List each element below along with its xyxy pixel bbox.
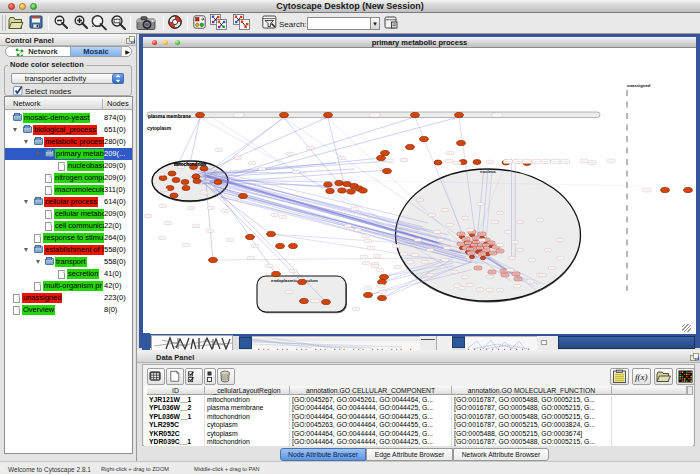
svg-text:mitochondrion: mitochondrion [174, 162, 206, 167]
svg-text:cytoplasm: cytoplasm [147, 126, 172, 131]
svg-text:plasma membrane: plasma membrane [148, 114, 191, 119]
svg-text:f(x): f(x) [635, 372, 648, 382]
svg-text:unassigned: unassigned [627, 83, 651, 88]
svg-text:nucleus: nucleus [480, 169, 496, 174]
svg-text:endoplasmic reticulum: endoplasmic reticulum [271, 278, 318, 283]
